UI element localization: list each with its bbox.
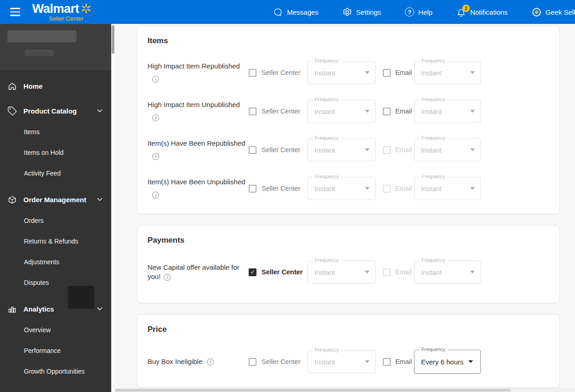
nav-label: Geek Seller	[546, 8, 575, 16]
chevron-down-icon	[468, 360, 473, 363]
sidebar-item-adjustments[interactable]: Adjustments	[0, 251, 111, 272]
frequency-floating-label: Frequency	[419, 347, 448, 352]
nav-notifications[interactable]: 2 Notifications	[456, 7, 508, 17]
seller-center-checkbox[interactable]	[249, 108, 256, 115]
sidebar-item-label: Overview	[24, 326, 51, 334]
email-frequency-select-enabled[interactable]: Frequency Every 6 hours	[414, 350, 481, 374]
email-checkbox[interactable]	[383, 69, 391, 77]
email-toggle[interactable]: Email	[383, 108, 414, 115]
info-icon[interactable]	[164, 274, 171, 281]
frequency-floating-label: Frequency	[313, 257, 341, 263]
info-icon[interactable]	[207, 358, 214, 365]
seller-center-toggle[interactable]: Seller Center	[249, 108, 307, 115]
seller-center-toggle[interactable]: Seller Center	[249, 69, 307, 77]
nav-messages[interactable]: Messages	[273, 7, 318, 17]
sidebar-item-home[interactable]: Home	[0, 77, 111, 95]
walmart-logo[interactable]: Walmart Seller Center	[32, 3, 92, 22]
email-frequency-select: Frequency Instant	[414, 61, 481, 84]
setting-label-text: Buy Box Ineligible	[148, 357, 202, 366]
nav-settings[interactable]: Settings	[342, 7, 381, 17]
email-checkbox[interactable]	[383, 108, 391, 115]
sidebar-item-returns-refunds[interactable]: Returns & Refunds	[0, 231, 111, 251]
walmart-spark-icon	[80, 3, 92, 14]
chevron-down-icon	[365, 271, 370, 273]
chevron-down-icon	[470, 187, 475, 190]
info-icon[interactable]	[152, 153, 159, 160]
frequency-value: Instant	[421, 108, 442, 115]
sidebar-children: Orders Returns & Refunds Adjustments Dis…	[0, 210, 111, 293]
card-title: Items	[148, 36, 549, 45]
setting-label: Item(s) Have Been Republished	[148, 139, 249, 161]
seller-center-label: Seller Center	[262, 268, 302, 276]
setting-row-high-impact-item-republished: High Impact Item Republished Seller Cent…	[148, 61, 549, 84]
hamburger-line	[10, 8, 20, 9]
sidebar-item-performance[interactable]: Performance	[0, 340, 111, 361]
seller-center-checkbox[interactable]	[249, 185, 256, 193]
seller-center-checkbox[interactable]	[249, 358, 256, 366]
sidebar-item-order-management[interactable]: Order Management	[0, 191, 111, 208]
sidebar-item-items-on-hold[interactable]: Items on Hold	[0, 142, 111, 163]
message-bubble-icon	[273, 7, 283, 17]
sidebar-item-items[interactable]: Items	[0, 121, 111, 142]
sidebar-item-growth-opportunities[interactable]: Growth Opportunities	[0, 361, 111, 381]
frequency-value: Every 6 hours	[421, 358, 464, 366]
email-frequency-select: Frequency Instant	[414, 138, 481, 161]
email-label: Email	[395, 69, 412, 76]
setting-row-high-impact-item-unpublished: High Impact Item Unpublished Seller Cent…	[148, 100, 549, 123]
sidebar-item-label: Home	[23, 82, 43, 90]
seller-center-checkbox-checked[interactable]	[249, 268, 256, 276]
sidebar-item-label: Returns & Refunds	[24, 238, 78, 245]
seller-center-frequency-select: Frequency Instant	[307, 350, 376, 373]
topbar-nav: Messages Settings Help 2	[273, 7, 575, 17]
hamburger-menu-button[interactable]	[8, 5, 22, 19]
setting-label: High Impact Item Republished	[148, 62, 249, 84]
frequency-value: Instant	[421, 69, 442, 77]
email-toggle[interactable]: Email	[383, 69, 414, 77]
sidebar-scrollbar[interactable]	[111, 24, 115, 392]
sidebar-item-overview[interactable]: Overview	[0, 319, 111, 340]
sidebar-item-analytics[interactable]: Analytics	[0, 300, 111, 318]
card-title: Price	[148, 325, 549, 334]
seller-center-toggle[interactable]: Seller Center	[249, 185, 307, 193]
setting-row-items-have-been-republished: Item(s) Have Been Republished Seller Cen…	[148, 138, 549, 161]
seller-center-checkbox[interactable]	[249, 146, 256, 154]
chevron-down-icon	[365, 110, 370, 113]
email-toggle[interactable]: Email	[383, 358, 414, 366]
gear-icon	[342, 7, 352, 17]
sidebar-item-label: Activity Feed	[24, 170, 61, 177]
sidebar-section-product-catalog: Product Catalog Items Items on Hold Acti…	[0, 102, 111, 183]
chevron-down-icon	[96, 305, 104, 313]
seller-center-label: Seller Center	[262, 146, 301, 153]
chevron-down-icon	[365, 360, 370, 363]
chevron-down-icon	[470, 148, 475, 151]
sidebar-item-product-catalog[interactable]: Product Catalog	[0, 102, 111, 119]
seller-center-frequency-select: Frequency Instant	[307, 100, 376, 123]
email-label: Email	[395, 185, 412, 192]
sidebar-item-disputes[interactable]: Disputes	[0, 272, 111, 293]
seller-center-frequency-select: Frequency Instant	[307, 138, 376, 161]
nav-help[interactable]: Help	[405, 7, 433, 17]
main-horizontal-scrollbar[interactable]	[115, 388, 575, 392]
email-checkbox	[383, 185, 391, 193]
seller-center-toggle[interactable]: Seller Center	[249, 146, 307, 154]
frequency-floating-label: Frequency	[419, 135, 448, 141]
main-horizontal-scrollbar-thumb[interactable]	[115, 389, 511, 392]
frequency-value: Instant	[314, 185, 335, 193]
email-checkbox[interactable]	[383, 358, 391, 366]
seller-center-toggle[interactable]: Seller Center	[249, 358, 307, 366]
seller-center-toggle[interactable]: Seller Center	[249, 268, 307, 276]
nav-geek-seller[interactable]: Geek Seller	[532, 7, 575, 17]
info-icon[interactable]	[152, 114, 159, 121]
seller-center-checkbox[interactable]	[249, 69, 256, 77]
frequency-floating-label: Frequency	[313, 174, 341, 180]
info-icon[interactable]	[152, 76, 159, 83]
chevron-down-icon	[365, 148, 370, 151]
sidebar-scrollbar-thumb[interactable]	[112, 25, 114, 54]
info-icon[interactable]	[152, 192, 159, 199]
chevron-down-icon	[470, 110, 475, 113]
home-icon	[7, 81, 17, 91]
sidebar-item-activity-feed[interactable]: Activity Feed	[0, 163, 111, 183]
sidebar-item-orders[interactable]: Orders	[0, 210, 111, 231]
frequency-floating-label: Frequency	[313, 347, 341, 353]
chevron-down-icon	[470, 71, 475, 74]
